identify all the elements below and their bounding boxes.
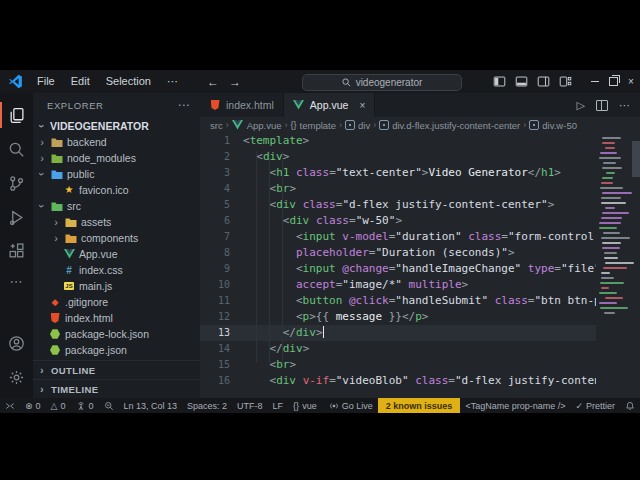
- tree-item-label: index.css: [79, 264, 123, 276]
- activity-account[interactable]: [0, 326, 33, 360]
- code-line-4[interactable]: 4 <br>: [200, 181, 640, 197]
- code-line-13[interactable]: 13 </div>: [200, 325, 640, 341]
- status-vue[interactable]: {}vue: [288, 398, 322, 413]
- tree-item-main-js[interactable]: JSmain.js: [33, 278, 200, 294]
- toggle-panel-icon[interactable]: [515, 75, 528, 88]
- toggle-secondary-sidebar-icon[interactable]: [537, 75, 550, 88]
- status-utf-8[interactable]: UTF-8: [232, 398, 268, 413]
- tree-item-label: main.js: [79, 280, 112, 292]
- status-go-live[interactable]: Go Live: [324, 398, 378, 413]
- tree-item-favicon-ico[interactable]: ★favicon.ico: [33, 182, 200, 198]
- chevron-down-icon: ›: [37, 121, 47, 131]
- close-button[interactable]: ×: [622, 70, 640, 93]
- tree-item-components[interactable]: ›components: [33, 230, 200, 246]
- tree-item-index-html[interactable]: index.html: [33, 310, 200, 326]
- section-timeline[interactable]: ›TIMELINE: [33, 379, 200, 398]
- code-line-2[interactable]: 2 <div>: [200, 149, 640, 165]
- explorer-more-icon[interactable]: ⋯: [177, 98, 190, 112]
- status-spaces-2[interactable]: Spaces: 2: [182, 398, 232, 413]
- history-forward-icon[interactable]: →: [229, 75, 241, 89]
- run-file-icon[interactable]: ▷: [577, 99, 585, 112]
- tree-item-app-vue[interactable]: App.vue: [33, 246, 200, 262]
- status-0[interactable]: △0: [46, 398, 71, 413]
- tree-item-package-lock-json[interactable]: package-lock.json: [33, 326, 200, 342]
- code-line-8[interactable]: 8 placeholder="Duration (seconds)">: [200, 245, 640, 261]
- split-editor-icon[interactable]: [596, 100, 608, 111]
- git-icon: ◆: [49, 296, 61, 308]
- customize-layout-icon[interactable]: [559, 75, 572, 88]
- history-back-icon[interactable]: ←: [207, 75, 219, 89]
- minimap[interactable]: [596, 133, 640, 398]
- status-lf[interactable]: LF: [268, 398, 289, 413]
- tree-item-backend[interactable]: ›backend: [33, 134, 200, 150]
- tab-app-vue[interactable]: App.vue×: [284, 93, 375, 117]
- breadcrumb-item[interactable]: src: [210, 120, 223, 131]
- status-zoom[interactable]: [99, 398, 119, 413]
- status-label: 0: [60, 401, 65, 411]
- breadcrumb-item[interactable]: App.vue: [232, 119, 282, 131]
- code-line-1[interactable]: 1<template>: [200, 133, 640, 149]
- tab-index-html[interactable]: index.html: [200, 93, 284, 117]
- scrollbar-thumb[interactable]: [632, 141, 640, 177]
- tree-item-src[interactable]: ›src: [33, 198, 200, 214]
- tree-item-index-css[interactable]: #index.css: [33, 262, 200, 278]
- menu-edit[interactable]: Edit: [64, 73, 97, 90]
- section-outline[interactable]: ›OUTLINE: [33, 360, 200, 379]
- status-label: 0: [89, 401, 94, 411]
- status-2-known-issues[interactable]: 2 known issues: [378, 398, 461, 413]
- status-remote[interactable]: [0, 398, 20, 413]
- activity-extensions[interactable]: [0, 234, 33, 268]
- tree-item-package-json[interactable]: package.json: [33, 342, 200, 358]
- tree-item--gitignore[interactable]: ◆.gitignore: [33, 294, 200, 310]
- file-tree: ›backend›node_modules›public★favicon.ico…: [33, 134, 200, 358]
- status-tagname-prop-name[interactable]: <TagName prop-name />: [460, 398, 570, 413]
- minimap-line: [600, 187, 623, 189]
- tree-item-assets[interactable]: ›assets: [33, 214, 200, 230]
- editor-more-icon[interactable]: ⋯: [619, 99, 630, 112]
- code-line-11[interactable]: 11 <button @click="handleSubmit" class="…: [200, 293, 640, 309]
- status-prettier[interactable]: ✓Prettier: [570, 398, 620, 413]
- code-editor[interactable]: 1<template>2 <div>3 <h1 class="text-cent…: [200, 133, 640, 398]
- minimap-line: [599, 157, 621, 159]
- tree-item-public[interactable]: ›public: [33, 166, 200, 182]
- code-line-6[interactable]: 6 <div class="w-50">: [200, 213, 640, 229]
- code-line-5[interactable]: 5 <div class="d-flex justify-content-cen…: [200, 197, 640, 213]
- activity-run-debug[interactable]: [0, 200, 33, 234]
- activity-search[interactable]: [0, 132, 33, 166]
- minimap-line: [601, 237, 630, 239]
- menu-file[interactable]: File: [30, 73, 62, 90]
- project-root-row[interactable]: › VIDEOGENERATOR: [33, 117, 200, 134]
- restore-button[interactable]: [604, 70, 622, 93]
- status-ln-13-col-13[interactable]: Ln 13, Col 13: [119, 398, 183, 413]
- tab-close-icon[interactable]: ×: [359, 100, 365, 111]
- code-line-7[interactable]: 7 <input v-model="duration" class="form-…: [200, 229, 640, 245]
- code-line-16[interactable]: 16 <div v-if="videoBlob" class="d-flex j…: [200, 373, 640, 389]
- code-line-10[interactable]: 10 accept="image/*" multiple>: [200, 277, 640, 293]
- toggle-sidebar-icon[interactable]: [493, 75, 506, 88]
- activity-source-control[interactable]: [0, 166, 33, 200]
- tree-item-node-modules[interactable]: ›node_modules: [33, 150, 200, 166]
- breadcrumb-item[interactable]: div.d-flex.justify-content-center: [379, 120, 520, 131]
- minimize-button[interactable]: [586, 70, 604, 93]
- folder-icon: [51, 152, 63, 164]
- line-number: 13: [200, 325, 230, 341]
- status-0[interactable]: ⊗0: [20, 398, 46, 413]
- code-line-12[interactable]: 12 <p>{{ message }}</p>: [200, 309, 640, 325]
- breadcrumb-item[interactable]: {}template: [291, 120, 336, 131]
- menu-selection[interactable]: Selection: [99, 73, 158, 90]
- tree-item-label: App.vue: [79, 248, 118, 260]
- menu-more[interactable]: ⋯: [160, 73, 185, 90]
- breadcrumb-item[interactable]: div: [345, 120, 370, 131]
- command-center-search[interactable]: videogenerator: [302, 74, 462, 91]
- breadcrumb-item[interactable]: div.w-50: [529, 120, 577, 131]
- activity-more-icon[interactable]: ⋯: [10, 268, 24, 294]
- code-line-3[interactable]: 3 <h1 class="text-center">Video Generato…: [200, 165, 640, 181]
- status-0[interactable]: 0: [71, 398, 99, 413]
- code-line-15[interactable]: 15 <br>: [200, 357, 640, 373]
- code-line-9[interactable]: 9 <input @change="handleImageChange" typ…: [200, 261, 640, 277]
- activity-explorer[interactable]: [0, 98, 33, 132]
- code-line-14[interactable]: 14 </div>: [200, 341, 640, 357]
- activity-settings[interactable]: [0, 360, 33, 394]
- status-label: UTF-8: [237, 401, 263, 411]
- status-bell[interactable]: [620, 398, 640, 413]
